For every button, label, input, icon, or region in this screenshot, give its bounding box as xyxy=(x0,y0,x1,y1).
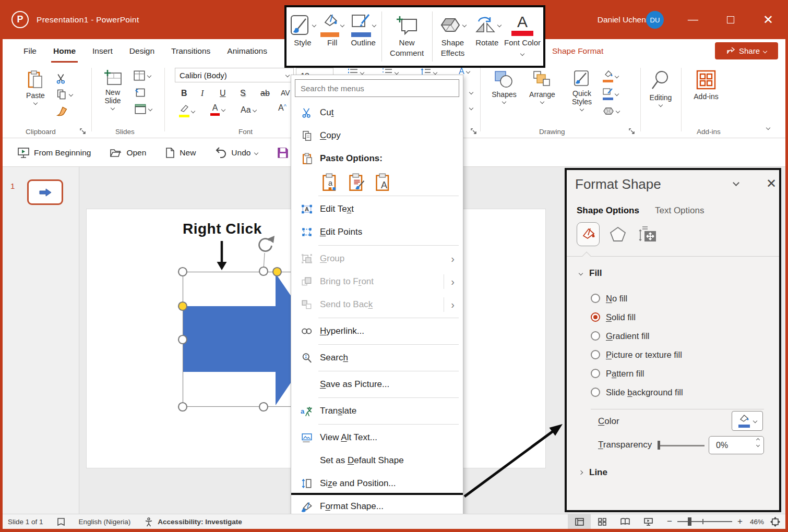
fill-option-picture-or-texture-fill[interactable]: Picture or texture fill xyxy=(591,345,768,364)
slide-layout-button[interactable] xyxy=(133,70,151,81)
language-indicator[interactable]: English (Nigeria) xyxy=(79,518,131,526)
fill-button[interactable]: Fill xyxy=(318,9,347,64)
tab-design[interactable]: Design xyxy=(121,39,163,64)
menu-item-translate[interactable]: aTranslate xyxy=(291,400,463,422)
change-case-button[interactable]: Aa xyxy=(241,105,256,115)
chevron-down-icon[interactable] xyxy=(469,90,473,94)
fit-to-window-icon[interactable] xyxy=(770,517,780,527)
fill-option-slide-background-fill[interactable]: Slide background fill xyxy=(591,383,768,402)
paste-use-destination-theme-button[interactable]: a xyxy=(321,173,339,191)
menu-item-cut[interactable]: Cut xyxy=(291,101,463,124)
style-button[interactable]: Style xyxy=(288,9,318,64)
transparency-slider[interactable] xyxy=(659,445,705,446)
tab-home[interactable]: Home xyxy=(45,39,84,64)
share-button[interactable]: Share xyxy=(715,42,778,59)
spinner-arrows[interactable] xyxy=(757,439,759,446)
paste-keep-text-only-button[interactable]: A xyxy=(375,173,392,191)
outline-button[interactable]: Outline xyxy=(347,9,380,64)
zoom-out-button[interactable]: − xyxy=(667,516,672,527)
panel-collapse-icon[interactable] xyxy=(733,179,739,186)
spin-up-icon[interactable] xyxy=(756,438,760,442)
tab-insert[interactable]: Insert xyxy=(84,39,121,64)
slide-thumbnail[interactable] xyxy=(27,179,63,205)
shape-effects-button-floating[interactable]: Shape Effects xyxy=(434,9,472,64)
reading-view-button[interactable] xyxy=(614,514,637,529)
rotate-button[interactable]: Rotate xyxy=(472,9,503,64)
fill-line-tab-icon[interactable] xyxy=(577,222,600,246)
tab-shape-format[interactable]: Shape Format xyxy=(552,39,603,64)
tab-text-options[interactable]: Text Options xyxy=(655,205,705,216)
add-ins-button[interactable]: Add-ins xyxy=(689,69,723,101)
menu-search-input[interactable] xyxy=(295,79,459,97)
drawing-dialog-launcher[interactable] xyxy=(629,128,636,135)
menu-item-hyperlink[interactable]: Hyperlink... xyxy=(291,320,463,343)
transparency-input[interactable]: 0% xyxy=(709,436,764,454)
shape-outline-button[interactable] xyxy=(603,88,618,100)
fill-option-no-fill[interactable]: No fill xyxy=(591,289,768,308)
quick-styles-button[interactable]: Quick Styles xyxy=(564,70,600,111)
spell-check-icon[interactable] xyxy=(57,517,65,527)
close-button[interactable]: ✕ xyxy=(756,0,780,39)
zoom-slider-thumb[interactable] xyxy=(688,517,691,526)
minimize-button[interactable]: — xyxy=(681,0,705,39)
highlight-color-button[interactable] xyxy=(179,104,195,117)
fill-option-gradient-fill[interactable]: Gradient fill xyxy=(591,327,768,345)
character-spacing-button[interactable]: AV xyxy=(281,89,290,97)
menu-item-save-as-picture[interactable]: Save as Picture... xyxy=(291,373,463,396)
strikethrough-button[interactable]: ab xyxy=(260,89,270,98)
menu-item-view-alt-text[interactable]: View Alt Text... xyxy=(291,426,463,449)
chevron-down-icon[interactable] xyxy=(469,106,473,110)
new-slide-button[interactable]: New Slide xyxy=(97,69,129,110)
fill-option-solid-fill[interactable]: Solid fill xyxy=(591,308,768,327)
tab-animations[interactable]: Animations xyxy=(219,39,276,64)
slideshow-view-button[interactable] xyxy=(637,514,660,529)
panel-close-icon[interactable]: ✕ xyxy=(766,176,777,191)
fill-option-pattern-fill[interactable]: Pattern fill xyxy=(591,364,768,383)
accessibility-status[interactable]: Accessibility: Investigate xyxy=(144,517,242,527)
open-button[interactable]: Open xyxy=(110,148,146,158)
section-button[interactable] xyxy=(134,103,152,115)
tab-transitions[interactable]: Transitions xyxy=(163,39,219,64)
transparency-slider-thumb[interactable] xyxy=(658,441,660,450)
italic-button[interactable]: I xyxy=(201,89,204,98)
paragraph-dialog-launcher[interactable] xyxy=(471,128,477,135)
menu-item-edit-points[interactable]: Edit Points xyxy=(291,221,463,244)
collapse-ribbon-icon[interactable] xyxy=(766,126,770,130)
new-button[interactable]: New xyxy=(165,147,196,159)
avatar[interactable]: DU xyxy=(646,11,664,29)
copy-button[interactable] xyxy=(56,89,73,100)
paste-keep-source-formatting-button[interactable] xyxy=(348,173,366,191)
arrange-button[interactable]: Arrange xyxy=(524,70,560,103)
fill-section-header[interactable]: Fill xyxy=(579,268,602,279)
new-comment-button[interactable]: New Comment xyxy=(384,9,431,64)
bold-button[interactable]: B xyxy=(181,89,187,98)
normal-view-button[interactable] xyxy=(568,514,591,529)
clipboard-dialog-launcher[interactable] xyxy=(80,128,87,135)
zoom-level[interactable]: 46% xyxy=(750,518,764,526)
menu-item-size-and-position[interactable]: Size and Position... xyxy=(291,472,463,495)
from-beginning-button[interactable]: From Beginning xyxy=(17,147,91,159)
menu-item-edit-text[interactable]: AEdit Text xyxy=(291,198,463,221)
zoom-slider[interactable] xyxy=(677,521,732,522)
menu-item-copy[interactable]: Copy xyxy=(291,124,463,147)
paste-button[interactable]: Paste xyxy=(20,70,51,104)
menu-item-set-as-default-shape[interactable]: Set as Default Shape xyxy=(291,449,463,472)
font-color-button[interactable]: A xyxy=(210,103,225,116)
cut-button[interactable] xyxy=(56,73,67,84)
menu-item-paste-options[interactable]: Paste Options: xyxy=(291,147,463,170)
shape-fill-button[interactable] xyxy=(603,70,618,82)
spin-down-icon[interactable] xyxy=(756,443,760,447)
editing-button[interactable]: Editing xyxy=(643,70,678,106)
maximize-button[interactable] xyxy=(719,0,743,39)
line-section-header[interactable]: Line xyxy=(579,467,607,478)
tab-shape-options[interactable]: Shape Options xyxy=(577,205,639,216)
undo-button[interactable]: Undo xyxy=(214,147,258,159)
font-color-button-floating[interactable]: A Font Color xyxy=(503,9,542,64)
slide-sorter-view-button[interactable] xyxy=(591,514,614,529)
format-painter-button[interactable] xyxy=(56,105,68,118)
zoom-in-button[interactable]: + xyxy=(737,516,743,527)
font-name-combobox[interactable]: Calibri (Body) xyxy=(175,68,294,82)
effects-tab-icon[interactable] xyxy=(606,222,629,246)
menu-item-search[interactable]: Search xyxy=(291,346,463,369)
grow-font-button[interactable]: A^ xyxy=(278,103,286,113)
